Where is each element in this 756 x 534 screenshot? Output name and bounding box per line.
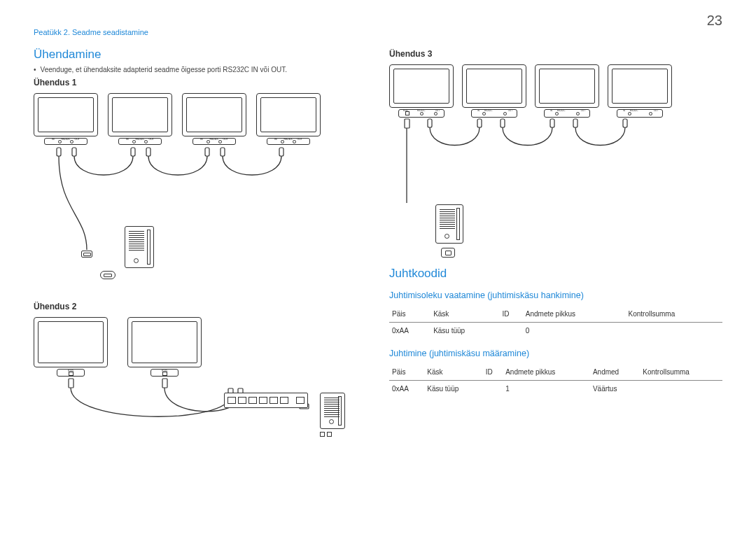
page-content: Ühendamine • Veenduge, et ühendaksite ad… [0, 36, 756, 474]
th: Andmete pikkus [503, 364, 590, 381]
port-rs232c-label: RS232C [135, 138, 144, 141]
pc-tower-icon [435, 204, 463, 244]
svg-rect-5 [220, 148, 225, 156]
svg-rect-0 [57, 148, 61, 156]
td: 0xAA [389, 323, 430, 339]
conn3-title: Ühendus 3 [389, 49, 722, 59]
port-out-label: OUT [298, 138, 302, 141]
monitor-screen-icon [182, 93, 246, 136]
port-strip-mix: RJ45 RS232C OUT [398, 109, 444, 118]
port-rs232c-label: RS232C [417, 109, 425, 112]
port-rs232c-label: RS232C [61, 138, 70, 141]
section-title-codes: Juhtkoodid [389, 267, 722, 281]
conn1-title: Ühendus 1 [34, 78, 367, 87]
svg-rect-18 [623, 119, 627, 127]
cables-svg-2 [34, 376, 342, 460]
port-out-label: OUT [654, 109, 658, 112]
port-rs232c-label: RS232C [630, 109, 638, 112]
table-control-set: Päis Käsk ID Andmete pikkus Andmed Kontr… [389, 364, 722, 397]
jack-icon [144, 140, 148, 143]
jack-icon [576, 112, 580, 115]
port-rs232c-label: RS232C [284, 138, 293, 141]
port-in-label: IN [200, 138, 203, 141]
port-in-label: IN [477, 109, 479, 112]
monitor-2: RS232C IN OUT [462, 64, 526, 118]
th: Kontrollsumma [626, 306, 723, 323]
th: Kontrollsumma [640, 364, 722, 381]
monitors-row-2: RJ45 RJ45 [34, 317, 202, 377]
adapter-icon [100, 271, 115, 279]
jack-icon [293, 140, 296, 143]
port-strip: RS232C IN OUT [118, 138, 162, 145]
port-strip: RS232C IN OUT [44, 138, 88, 145]
td: 1 [503, 381, 590, 398]
port-out-label: OUT [223, 138, 228, 141]
network-switch-icon [224, 393, 308, 408]
jack-icon [482, 112, 486, 115]
monitors-row-3: RJ45 RS232C OUT RS232C IN OUT [389, 64, 672, 118]
td [483, 381, 503, 398]
monitor-3: RS232C IN OUT [535, 64, 599, 118]
subsection-set: Juhtimine (juhtimiskäsu määramine) [389, 349, 722, 358]
page-number: 23 [707, 13, 722, 29]
port-in-label: IN [52, 138, 55, 141]
monitor-screen-icon [256, 93, 321, 136]
table-2: Päis Käsk ID Andmete pikkus Andmed Kontr… [389, 364, 722, 397]
svg-rect-13 [428, 119, 432, 127]
svg-rect-17 [573, 119, 578, 127]
monitor-2: RJ45 [127, 317, 202, 377]
pc-tower-icon [320, 393, 345, 437]
port-rj45-label: RJ45 [403, 109, 408, 112]
th: ID [483, 364, 503, 381]
td [626, 323, 723, 339]
db9-connector-icon [81, 251, 92, 258]
port-rs232c-label: RS232C [209, 138, 218, 141]
port-rj45-label: RJ45 [162, 370, 167, 372]
port-rj45-label: RJ45 [68, 370, 74, 372]
bullet-text: Veenduge, et ühendaksite adapterid seadm… [41, 66, 287, 73]
svg-rect-4 [205, 148, 209, 156]
monitor-1: RJ45 RS232C OUT [389, 64, 454, 118]
th: Käsk [424, 364, 483, 381]
td: Käsu tüüp [430, 323, 499, 339]
left-column: Ühendamine • Veenduge, et ühendaksite ad… [34, 48, 367, 463]
th: Päis [389, 306, 430, 323]
section-title-connect: Ühendamine [34, 48, 367, 62]
monitor-4: RS232C IN OUT [608, 64, 672, 118]
th: ID [499, 306, 522, 323]
jack-icon [434, 112, 438, 115]
port-in-label: IN [623, 109, 625, 112]
svg-rect-14 [477, 119, 482, 127]
svg-rect-16 [550, 119, 554, 127]
svg-rect-6 [279, 148, 284, 156]
td [499, 323, 522, 339]
monitor-screen-icon [108, 93, 172, 136]
svg-rect-1 [72, 148, 76, 156]
monitor-screen-icon [462, 64, 526, 108]
port-in-label: IN [274, 138, 277, 141]
td: 0 [523, 323, 626, 339]
jack-icon [503, 112, 507, 115]
port-in-label: IN [550, 109, 552, 112]
monitor-screen-icon [608, 64, 672, 108]
port-rs232c-label: RS232C [484, 109, 492, 112]
rj-icon [320, 432, 325, 437]
th: Käsk [430, 306, 499, 323]
monitor-3: RS232C IN OUT [182, 93, 246, 145]
subsection-view: Juhtimisoleku vaatamine (juhtimiskäsu ha… [389, 290, 722, 300]
conn2-title: Ühendus 2 [34, 302, 367, 311]
monitor-2: RS232C IN OUT [108, 93, 172, 145]
port-out-label: OUT [581, 109, 585, 112]
port-out-label: OUT [508, 109, 512, 112]
monitor-screen-icon [389, 64, 454, 108]
svg-rect-15 [500, 119, 505, 127]
monitor-screen-icon [34, 93, 98, 136]
svg-rect-12 [405, 119, 410, 128]
monitor-screen-icon [535, 64, 599, 108]
svg-rect-7 [69, 379, 74, 388]
td: Käsu tüüp [424, 381, 483, 398]
port-out-label: OUT [75, 138, 80, 141]
table-1: Päis Käsk ID Andmete pikkus Kontrollsumm… [389, 306, 722, 339]
svg-rect-3 [146, 148, 150, 156]
monitor-1: RJ45 [34, 317, 108, 377]
